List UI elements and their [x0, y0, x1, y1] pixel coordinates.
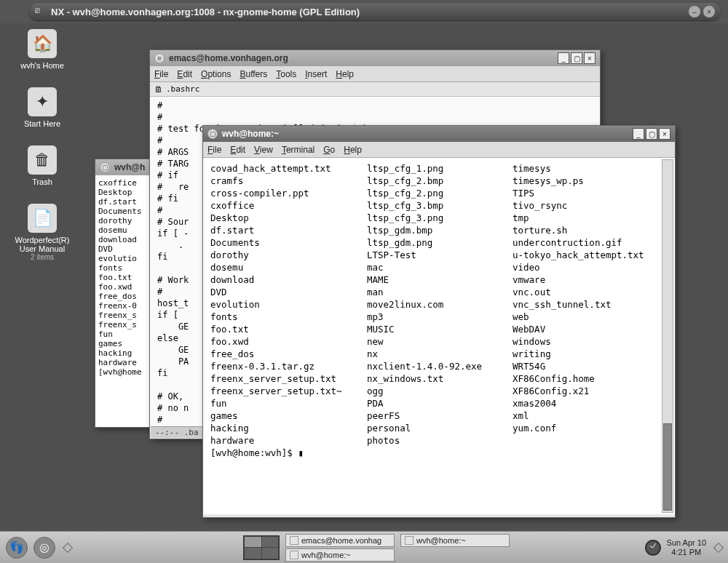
clock-area: Sun Apr 10 4:21 PM [645, 538, 722, 557]
file-icon: 🗎 [154, 84, 163, 95]
desktop[interactable]: 🏠 wvh's Home ✦ Start Here 🗑 Trash 📄 Word… [0, 23, 728, 531]
windowlist-term1[interactable]: wvh@home:~ [285, 548, 395, 562]
windowlist-label: emacs@home.vonhag [301, 536, 381, 545]
workspace-3[interactable] [245, 548, 261, 559]
panel-handle[interactable] [63, 542, 73, 552]
emacs-icon: e [154, 53, 165, 63]
actions-icon[interactable]: ◎ [33, 537, 55, 559]
document-folder-icon: 📄 [28, 204, 57, 233]
terminal-scrollbar[interactable] [662, 159, 673, 513]
clock-text[interactable]: Sun Apr 10 4:21 PM [667, 538, 706, 557]
emacs-menu-file[interactable]: File [154, 69, 168, 79]
desktop-icon-start-here[interactable]: ✦ Start Here [6, 87, 79, 128]
desktop-icon-label: Start Here [6, 119, 79, 128]
terminal-menu-view[interactable]: View [254, 145, 273, 155]
terminal-menubar: File Edit View Terminal Go Help [203, 142, 675, 158]
window-list-2: wvh@home:~ [400, 534, 510, 562]
windowlist-label: wvh@home:~ [416, 536, 466, 545]
workspace-2[interactable] [262, 537, 279, 548]
scrollbar-thumb[interactable] [663, 423, 672, 511]
emacs-minimize-button[interactable]: _ [558, 52, 569, 64]
emacs-menu-buffers[interactable]: Buffers [240, 69, 267, 79]
desktop-icon-label: Trash [6, 177, 79, 186]
nx-icon: ⎚ [35, 6, 47, 17]
nx-title: NX - wvh@home.vonhagen.org:1008 - nx-gno… [51, 7, 686, 17]
emacs-menu-help[interactable]: Help [336, 69, 354, 79]
app-icon [290, 536, 298, 545]
workspace-pager[interactable] [243, 535, 280, 560]
minimize-button[interactable]: – [689, 6, 700, 17]
terminal-menu-file[interactable]: File [207, 145, 221, 155]
gnome-panel: 👣 ◎ emacs@home.vonhag wvh@home:~ wvh@hom… [0, 531, 728, 563]
trash-icon: 🗑 [28, 145, 57, 175]
terminal-icon: ▢ [100, 162, 110, 172]
desktop-icon-sublabel: 2 items [6, 253, 79, 261]
start-here-icon: ✦ [28, 87, 57, 116]
foot-menu-icon[interactable]: 👣 [6, 537, 28, 559]
ls-column-3: timesys timesys_wp.ps TIPS tivo_rsync tm… [513, 162, 658, 447]
desktop-icon-trash[interactable]: 🗑 Trash [6, 145, 79, 186]
ls-column-2: ltsp_cfg_1.png ltsp_cfg_2.bmp ltsp_cfg_2… [367, 162, 498, 447]
emacs-toolbar: 🗎 .bashrc [150, 82, 600, 97]
close-button[interactable]: × [703, 6, 715, 17]
terminal-menu-terminal[interactable]: Terminal [282, 145, 314, 155]
windowlist-label: wvh@home:~ [301, 551, 351, 559]
ls-column-1: covad_hack_attempt.txt cramfs cross-comp… [210, 162, 352, 447]
desktop-icon-label: Wordperfect(R) User Manual [6, 236, 79, 253]
terminal-minimize-button[interactable]: _ [633, 128, 644, 140]
desktop-icon-wordperfect-manual[interactable]: 📄 Wordperfect(R) User Manual 2 items [6, 204, 79, 261]
emacs-menubar: File Edit Options Buffers Tools Insert H… [150, 66, 600, 82]
clock-time: 4:21 PM [667, 548, 706, 557]
workspace-1[interactable] [245, 537, 261, 548]
workspace-4[interactable] [262, 548, 279, 559]
emacs-maximize-button[interactable]: ▢ [571, 52, 582, 64]
panel-handle-right[interactable] [713, 542, 724, 552]
desktop-icon-home[interactable]: 🏠 wvh's Home [6, 29, 79, 70]
clock-date: Sun Apr 10 [667, 538, 706, 548]
emacs-buffer-name: .bashrc [166, 84, 199, 94]
emacs-menu-options[interactable]: Options [201, 69, 231, 79]
terminal-menu-go[interactable]: Go [323, 145, 335, 155]
terminal-titlebar[interactable]: ▢ wvh@home:~ _ ▢ × [203, 126, 675, 142]
terminal-prompt[interactable]: [wvh@home:wvh]$ ▮ [210, 447, 668, 459]
emacs-close-button[interactable]: × [584, 52, 596, 64]
emacs-menu-tools[interactable]: Tools [276, 69, 296, 79]
windowlist-term2[interactable]: wvh@home:~ [400, 534, 510, 547]
app-icon [405, 536, 414, 545]
emacs-titlebar[interactable]: e emacs@home.vonhagen.org _ ▢ × [150, 50, 600, 66]
windowlist-emacs[interactable]: emacs@home.vonhag [285, 534, 395, 547]
desktop-icon-label: wvh's Home [6, 61, 79, 70]
window-list: emacs@home.vonhag wvh@home:~ [285, 534, 395, 562]
terminal-window[interactable]: ▢ wvh@home:~ _ ▢ × File Edit View Termin… [202, 125, 676, 518]
terminal-menu-help[interactable]: Help [344, 145, 362, 155]
home-folder-icon: 🏠 [28, 29, 57, 58]
terminal-icon: ▢ [207, 129, 218, 139]
terminal-body[interactable]: covad_hack_attempt.txt cramfs cross-comp… [203, 158, 675, 514]
emacs-title: emacs@home.vonhagen.org [169, 53, 556, 63]
nx-titlebar: ⎚ NX - wvh@home.vonhagen.org:1008 - nx-g… [29, 3, 721, 20]
emacs-menu-insert[interactable]: Insert [305, 69, 327, 79]
terminal-close-button[interactable]: × [659, 128, 670, 140]
clock-icon[interactable] [645, 540, 661, 556]
terminal-maximize-button[interactable]: ▢ [646, 128, 657, 140]
terminal-menu-edit[interactable]: Edit [230, 145, 245, 155]
terminal-title: wvh@home:~ [222, 129, 631, 139]
emacs-menu-edit[interactable]: Edit [177, 69, 192, 79]
app-icon [290, 551, 298, 559]
